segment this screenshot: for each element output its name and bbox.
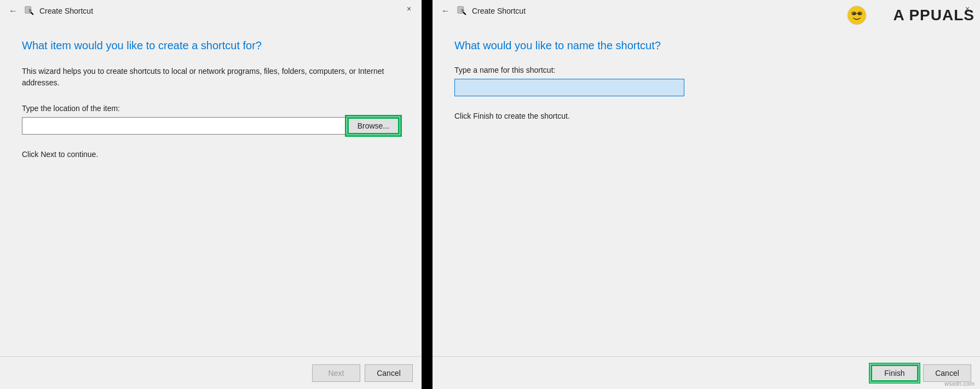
left-back-button[interactable]: ← [7, 4, 20, 18]
wsxdn-watermark: wsxdn.com [944, 380, 975, 387]
right-dialog-heading: What would you like to name the shortcut… [454, 38, 958, 53]
right-cancel-button[interactable]: Cancel [923, 364, 971, 382]
appuals-logo [847, 4, 891, 26]
location-row: Browse... [22, 117, 400, 135]
left-dialog-panel: ← Create Shortcut × What item would you … [0, 0, 422, 389]
left-dialog-heading: What item would you like to create a sho… [22, 38, 400, 53]
left-form-label: Type the location of the item: [22, 104, 400, 113]
left-dialog-title: Create Shortcut [39, 7, 93, 15]
left-dialog-content: What item would you like to create a sho… [0, 22, 422, 356]
svg-point-0 [848, 6, 866, 25]
appuals-face-icon [847, 5, 867, 25]
right-form-label: Type a name for this shortcut: [454, 66, 958, 74]
right-dialog-title: Create Shortcut [472, 7, 526, 15]
right-shortcut-icon [457, 5, 468, 16]
right-dialog-footer: Finish Cancel [433, 356, 980, 389]
right-hint-text: Click Finish to create the shortcut. [454, 112, 958, 120]
panel-separator [422, 0, 433, 389]
appuals-text: A PPUALS [893, 7, 975, 24]
appuals-watermark: A PPUALS [847, 4, 975, 26]
left-dialog-footer: Next Cancel [0, 356, 422, 389]
left-title-bar: ← Create Shortcut × [0, 0, 422, 22]
right-back-button[interactable]: ← [439, 4, 452, 18]
left-close-button[interactable]: × [396, 0, 422, 18]
finish-button[interactable]: Finish [871, 364, 919, 382]
location-input[interactable] [22, 117, 347, 135]
left-shortcut-icon [24, 5, 35, 16]
browse-button[interactable]: Browse... [347, 117, 400, 135]
left-hint-text: Click Next to continue. [22, 150, 400, 159]
left-dialog-description: This wizard helps you to create shortcut… [22, 66, 400, 89]
shortcut-name-input[interactable] [454, 79, 684, 96]
right-dialog-panel: ← Create Shortcut × What would you like … [433, 0, 980, 389]
next-button[interactable]: Next [312, 364, 360, 382]
left-cancel-button[interactable]: Cancel [365, 364, 413, 382]
right-dialog-content: What would you like to name the shortcut… [433, 22, 980, 356]
